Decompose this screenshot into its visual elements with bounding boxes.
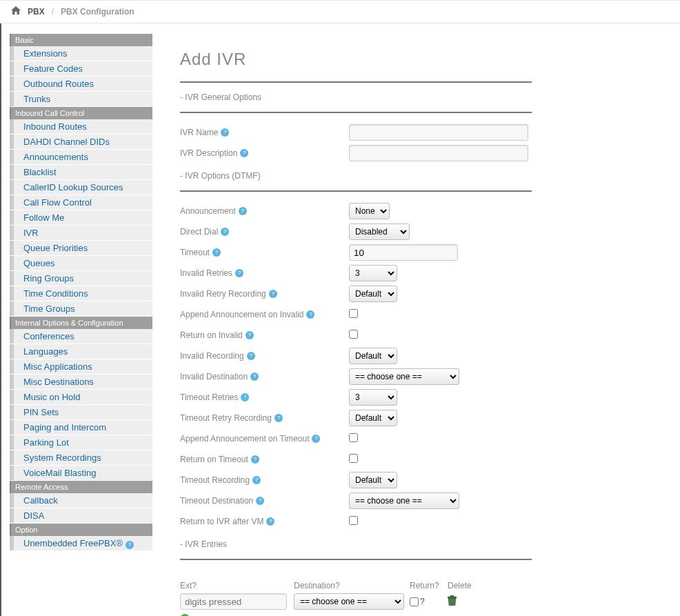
sidebar-item[interactable]: Blacklist (10, 165, 152, 180)
sidebar-link[interactable]: Conferences (10, 329, 152, 344)
sidebar-item[interactable]: Callback (10, 493, 152, 508)
sidebar-item[interactable]: Languages (10, 344, 152, 359)
sidebar-item[interactable]: Conferences (10, 329, 152, 344)
sidebar-item[interactable]: Follow Me (10, 210, 152, 226)
sidebar-link[interactable]: Blacklist (10, 165, 152, 179)
sidebar-link[interactable]: DISA (10, 508, 152, 523)
sidebar-item[interactable]: Misc Destinations (10, 375, 152, 390)
append-on-timeout-checkbox[interactable] (349, 433, 358, 442)
sidebar-item[interactable]: VoiceMail Blasting (10, 466, 152, 481)
help-icon[interactable]: ? (306, 310, 314, 319)
help-icon[interactable]: ? (241, 393, 249, 401)
invalid-retry-recording-select[interactable]: Default (349, 286, 397, 302)
timeout-retries-select[interactable]: 3 (349, 389, 397, 406)
sidebar-item[interactable]: CallerID Lookup Sources (10, 180, 152, 195)
sidebar-item[interactable]: DAHDI Channel DIDs (10, 135, 152, 150)
sidebar-link[interactable]: Music on Hold (10, 390, 152, 404)
entry-ext-input[interactable] (180, 593, 287, 610)
help-icon[interactable]: ? (434, 581, 439, 590)
sidebar-link[interactable]: Feature Codes (10, 61, 152, 76)
sidebar-item[interactable]: Inbound Routes (10, 119, 152, 135)
help-icon[interactable]: ? (192, 581, 197, 590)
help-icon[interactable]: ? (126, 541, 134, 549)
announcement-select[interactable]: None (349, 203, 390, 219)
sidebar-link[interactable]: Misc Applications (10, 359, 152, 374)
sidebar-link[interactable]: Languages (10, 344, 152, 359)
sidebar-link[interactable]: Callback (10, 493, 152, 508)
sidebar-link[interactable]: Trunks (10, 92, 152, 106)
sidebar-item[interactable]: Music on Hold (10, 390, 152, 405)
sidebar-link[interactable]: Queues (10, 256, 152, 270)
sidebar-link[interactable]: Time Conditions (10, 286, 152, 301)
help-icon[interactable]: ? (221, 228, 229, 236)
help-icon[interactable]: ? (420, 597, 425, 606)
sidebar-item[interactable]: Queues (10, 256, 152, 271)
trash-icon[interactable] (448, 595, 457, 606)
help-icon[interactable]: ? (246, 331, 254, 339)
sidebar-link[interactable]: Paging and Intercom (10, 420, 152, 435)
sidebar-item[interactable]: Call Flow Control (10, 195, 152, 210)
sidebar-link[interactable]: PIN Sets (10, 405, 152, 419)
sidebar-item[interactable]: PIN Sets (10, 405, 152, 420)
sidebar-item[interactable]: IVR (10, 226, 152, 241)
invalid-recording-select[interactable]: Default (349, 348, 397, 364)
timeout-retry-recording-select[interactable]: Default (349, 410, 397, 426)
sidebar-link[interactable]: Unembedded FreePBX®? (10, 536, 152, 550)
sidebar-item[interactable]: DISA (10, 508, 152, 524)
help-icon[interactable]: ? (252, 476, 261, 484)
help-icon[interactable]: ? (239, 207, 247, 215)
sidebar-link[interactable]: Misc Destinations (10, 375, 152, 389)
sidebar-item[interactable]: Announcements (10, 150, 152, 165)
sidebar-item[interactable]: Misc Applications (10, 359, 152, 375)
entry-destination-select[interactable]: == choose one == (294, 593, 404, 610)
help-icon[interactable]: ? (256, 497, 264, 505)
timeout-input[interactable] (349, 244, 458, 261)
help-icon[interactable]: ? (212, 248, 221, 257)
return-on-invalid-checkbox[interactable] (349, 330, 358, 339)
help-icon[interactable]: ? (274, 414, 283, 422)
sidebar-item[interactable]: System Recordings (10, 450, 152, 466)
help-icon[interactable]: ? (250, 372, 259, 381)
sidebar-link[interactable]: Follow Me (10, 210, 152, 225)
help-icon[interactable]: ? (251, 455, 259, 464)
sidebar-item[interactable]: Queue Priorities (10, 241, 152, 256)
sidebar-link[interactable]: Extensions (10, 46, 152, 61)
sidebar-item[interactable]: Time Groups (10, 301, 152, 317)
sidebar-item[interactable]: Parking Lot (10, 435, 152, 450)
sidebar-item[interactable]: Time Conditions (10, 286, 152, 301)
invalid-destination-select[interactable]: == choose one == (349, 368, 459, 385)
return-on-timeout-checkbox[interactable] (349, 454, 358, 463)
sidebar-link[interactable]: Ring Groups (10, 271, 152, 286)
invalid-retries-select[interactable]: 3 (349, 265, 397, 281)
help-icon[interactable]: ? (266, 517, 274, 526)
help-icon[interactable]: ? (235, 269, 243, 277)
sidebar-item[interactable]: Unembedded FreePBX®? (10, 536, 152, 551)
sidebar-item[interactable]: Paging and Intercom (10, 420, 152, 435)
return-to-ivr-checkbox[interactable] (349, 516, 358, 525)
sidebar-item[interactable]: Feature Codes (10, 61, 152, 77)
sidebar-link[interactable]: DAHDI Channel DIDs (10, 135, 152, 149)
sidebar-link[interactable]: Inbound Routes (10, 119, 152, 134)
help-icon[interactable]: ? (335, 581, 340, 590)
ivr-name-input[interactable] (349, 124, 528, 141)
sidebar-link[interactable]: IVR (10, 226, 152, 240)
ivr-description-input[interactable] (349, 145, 528, 161)
sidebar-link[interactable]: Time Groups (10, 301, 152, 316)
sidebar-link[interactable]: Parking Lot (10, 435, 152, 450)
sidebar-link[interactable]: System Recordings (10, 450, 152, 465)
sidebar-item[interactable]: Ring Groups (10, 271, 152, 286)
timeout-destination-select[interactable]: == choose one == (349, 493, 459, 509)
sidebar-link[interactable]: Call Flow Control (10, 195, 152, 210)
sidebar-item[interactable]: Trunks (10, 92, 152, 107)
help-icon[interactable]: ? (247, 352, 255, 360)
help-icon[interactable]: ? (221, 128, 229, 137)
sidebar-link[interactable]: VoiceMail Blasting (10, 466, 152, 480)
timeout-recording-select[interactable]: Default (349, 472, 397, 488)
sidebar-item[interactable]: Outbound Routes (10, 77, 152, 92)
sidebar-link[interactable]: CallerID Lookup Sources (10, 180, 152, 195)
help-icon[interactable]: ? (312, 435, 320, 443)
entry-return-checkbox[interactable] (410, 597, 419, 606)
sidebar-link[interactable]: Queue Priorities (10, 241, 152, 255)
help-icon[interactable]: ? (240, 149, 248, 157)
append-on-invalid-checkbox[interactable] (349, 309, 358, 318)
